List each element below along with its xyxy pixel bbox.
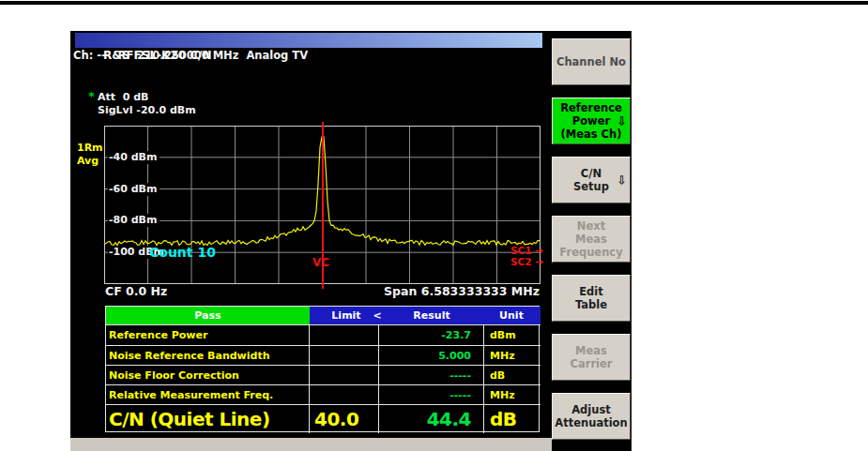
trace-detector-label: 1Rm bbox=[77, 142, 103, 155]
table-row-limit bbox=[310, 325, 379, 346]
softkey-edit-table[interactable]: Edit Table bbox=[552, 275, 631, 322]
center-frequency-label: CF 0.0 Hz bbox=[105, 284, 167, 298]
sc-marker-labels: SC1 → SC2 → bbox=[491, 245, 543, 267]
col-header-result: Result bbox=[385, 307, 479, 324]
measurement-table: Pass Limit < Result Unit Reference Power… bbox=[105, 306, 540, 432]
table-row-unit: MHz bbox=[484, 385, 541, 405]
table-row-unit: dB bbox=[484, 405, 541, 433]
softkey-adjust-attenuation[interactable]: Adjust Attenuation bbox=[552, 393, 631, 440]
table-row-name: Reference Power bbox=[106, 325, 310, 346]
softkey-next-meas-frequency[interactable]: Next Meas Frequency bbox=[552, 216, 631, 263]
y-axis-tick-label: -80 dBm bbox=[108, 214, 160, 227]
status-badge: Pass bbox=[106, 307, 310, 325]
table-row-unit: dB bbox=[484, 366, 541, 385]
softkey-reference-power[interactable]: Reference Power (Meas Ch) ⇩ bbox=[552, 98, 631, 144]
table-row-limit bbox=[310, 346, 379, 366]
table-row-limit bbox=[310, 366, 379, 385]
span-label: Span 6.583333333 MHz bbox=[384, 284, 540, 298]
screen-bottom-strip bbox=[70, 438, 552, 451]
softkey-channel-no[interactable]: Channel No bbox=[552, 38, 631, 85]
top-rule bbox=[0, 1, 868, 5]
table-header-row: Limit < Result Unit bbox=[310, 307, 541, 325]
table-row-limit bbox=[310, 385, 379, 405]
softkey-cn-setup[interactable]: C/N Setup ⇩ bbox=[552, 157, 631, 203]
table-row-unit: MHz bbox=[484, 346, 541, 366]
col-header-less-than: < bbox=[370, 307, 385, 324]
y-axis-tick-label: -40 dBm bbox=[108, 151, 160, 164]
table-row-name: C/N (Quiet Line) bbox=[106, 405, 310, 433]
frequency-axis-line: CF 0.0 Hz Span 6.583333333 MHz bbox=[105, 284, 540, 298]
table-row-result: ----- bbox=[379, 366, 484, 385]
table-row-result: 44.4 bbox=[379, 405, 484, 433]
col-header-unit: Unit bbox=[488, 307, 535, 324]
instrument-screen: R&S FSL-K20 C/N Ch: --- RF 210.250000 MH… bbox=[70, 31, 632, 451]
table-row-name: Noise Floor Correction bbox=[106, 366, 310, 385]
screenshot-root: R&S FSL-K20 C/N Ch: --- RF 210.250000 MH… bbox=[0, 0, 868, 451]
vc-marker-label: VC bbox=[312, 256, 329, 269]
title-bar: R&S FSL-K20 C/N bbox=[75, 33, 542, 48]
table-row-name: Noise Reference Bandwidth bbox=[106, 346, 310, 366]
attenuation-label: Att 0 dB bbox=[98, 91, 148, 103]
average-count-label: Count 10 bbox=[149, 245, 216, 260]
y-axis-tick-label: -60 dBm bbox=[108, 183, 160, 196]
signal-level-label: SigLvl -20.0 dBm bbox=[98, 104, 196, 116]
table-row-result: 5.000 bbox=[379, 346, 484, 366]
sc2-marker-label: SC2 → bbox=[491, 256, 543, 267]
att-status-icon: * bbox=[88, 89, 95, 103]
trace-average-label: Avg bbox=[77, 155, 103, 168]
softkey-meas-carrier[interactable]: Meas Carrier bbox=[552, 334, 631, 381]
table-row-result: -23.7 bbox=[379, 325, 484, 346]
trace-mode-label: 1Rm Avg bbox=[77, 142, 103, 168]
down-arrow-icon: ⇩ bbox=[617, 115, 627, 128]
table-row-result: ----- bbox=[379, 385, 484, 405]
sc1-marker-label: SC1 → bbox=[491, 245, 543, 256]
col-header-limit: Limit bbox=[323, 307, 370, 324]
table-row-limit: 40.0 bbox=[310, 405, 379, 433]
down-arrow-icon: ⇩ bbox=[617, 174, 627, 187]
table-row-name: Relative Measurement Freq. bbox=[106, 385, 310, 405]
channel-info-line: Ch: --- RF 210.250000 MHz Analog TV bbox=[73, 49, 308, 62]
table-row-unit: dBm bbox=[484, 325, 541, 346]
